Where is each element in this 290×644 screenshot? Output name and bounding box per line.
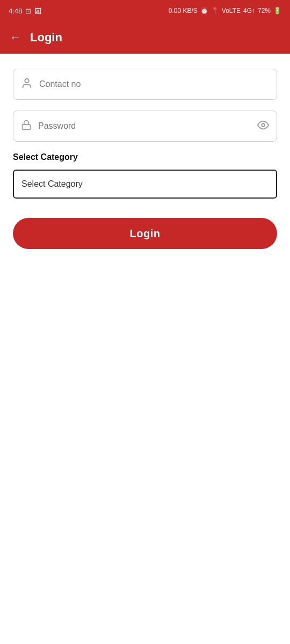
status-icons: 0.00 KB/S ⏰ 📍 VoLTE 4G↑ 72% 🔋 [169,7,281,14]
app-header: ← Login [0,21,290,54]
select-category-dropdown[interactable]: Select Category [13,170,277,199]
password-field-wrapper [13,111,277,142]
battery-icon: 🔋 [273,7,281,14]
login-button[interactable]: Login [13,218,277,249]
select-category-label: Select Category [13,152,277,162]
back-icon: ← [10,31,21,45]
status-bar: 4:48 ⊡ 🖼 0.00 KB/S ⏰ 📍 VoLTE 4G↑ 72% 🔋 [0,0,290,21]
password-input[interactable] [38,121,257,131]
svg-rect-1 [23,125,31,129]
status-time: 4:48 ⊡ 🖼 [9,7,41,15]
location-icon: 📍 [211,7,219,14]
volte-icon: VoLTE [222,7,241,14]
data-speed: 0.00 KB/S [169,7,198,14]
contact-field-wrapper [13,69,277,100]
select-category-value: Select Category [21,179,269,189]
time-display: 4:48 [9,7,22,15]
page-title: Login [30,31,62,45]
person-icon [21,77,33,92]
lock-icon [21,120,32,133]
alarm-icon: ⏰ [200,7,208,14]
svg-point-2 [262,123,265,127]
svg-point-0 [25,78,28,82]
toggle-password-icon[interactable] [257,119,269,134]
network-icon: 4G↑ [243,7,255,14]
screen-icon: ⊡ [25,7,31,15]
contact-input[interactable] [39,79,269,89]
battery-text: 72% [258,7,271,14]
image-icon: 🖼 [34,7,41,15]
back-button[interactable]: ← [10,31,21,45]
login-button-label: Login [130,228,161,239]
login-form: Select Category Select Category Login [0,54,290,264]
